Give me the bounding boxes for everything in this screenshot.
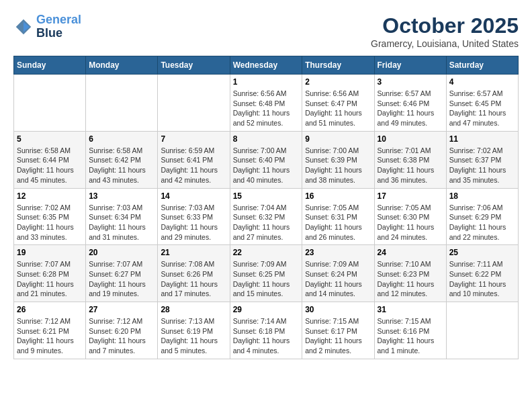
day-number: 28 <box>161 305 226 314</box>
day-info: Sunrise: 7:03 AM Sunset: 6:33 PM Dayligh… <box>161 203 226 242</box>
calendar-cell <box>446 302 518 359</box>
calendar-cell: 18Sunrise: 7:06 AM Sunset: 6:29 PM Dayli… <box>446 188 518 245</box>
day-info: Sunrise: 7:05 AM Sunset: 6:31 PM Dayligh… <box>305 203 371 242</box>
calendar-cell: 8Sunrise: 7:00 AM Sunset: 6:40 PM Daylig… <box>230 131 302 188</box>
calendar-cell <box>86 75 158 132</box>
calendar-cell: 19Sunrise: 7:07 AM Sunset: 6:28 PM Dayli… <box>14 245 86 302</box>
calendar-cell: 29Sunrise: 7:14 AM Sunset: 6:18 PM Dayli… <box>230 302 302 359</box>
day-number: 4 <box>449 77 515 87</box>
calendar-cell: 10Sunrise: 7:01 AM Sunset: 6:38 PM Dayli… <box>374 131 446 188</box>
calendar-cell: 23Sunrise: 7:09 AM Sunset: 6:24 PM Dayli… <box>302 245 374 302</box>
day-number: 22 <box>233 248 300 257</box>
day-info: Sunrise: 7:04 AM Sunset: 6:32 PM Dayligh… <box>233 203 300 242</box>
day-info: Sunrise: 7:08 AM Sunset: 6:26 PM Dayligh… <box>161 259 226 299</box>
weekday-header: Sunday <box>14 56 86 75</box>
page-header: General Blue October 2025 Gramercy, Loui… <box>13 13 519 49</box>
calendar-cell: 5Sunrise: 6:58 AM Sunset: 6:44 PM Daylig… <box>14 131 86 188</box>
logo-icon <box>13 17 34 37</box>
calendar-cell: 2Sunrise: 6:56 AM Sunset: 6:47 PM Daylig… <box>302 75 374 132</box>
day-info: Sunrise: 7:11 AM Sunset: 6:22 PM Dayligh… <box>449 259 515 299</box>
day-info: Sunrise: 6:57 AM Sunset: 6:45 PM Dayligh… <box>449 89 515 128</box>
calendar-cell: 3Sunrise: 6:57 AM Sunset: 6:46 PM Daylig… <box>374 75 446 132</box>
day-info: Sunrise: 7:03 AM Sunset: 6:34 PM Dayligh… <box>89 203 154 242</box>
day-info: Sunrise: 7:06 AM Sunset: 6:29 PM Dayligh… <box>449 203 515 242</box>
day-number: 26 <box>17 305 83 314</box>
weekday-header: Friday <box>374 56 446 75</box>
calendar-cell: 16Sunrise: 7:05 AM Sunset: 6:31 PM Dayli… <box>302 188 374 245</box>
calendar-cell: 20Sunrise: 7:07 AM Sunset: 6:27 PM Dayli… <box>86 245 158 302</box>
day-number: 14 <box>161 191 226 201</box>
day-number: 17 <box>378 191 443 201</box>
day-number: 7 <box>161 134 226 144</box>
day-number: 25 <box>449 248 515 257</box>
day-number: 9 <box>305 134 371 144</box>
day-number: 30 <box>305 305 371 314</box>
calendar-cell: 9Sunrise: 7:00 AM Sunset: 6:39 PM Daylig… <box>302 131 374 188</box>
calendar-cell: 6Sunrise: 6:58 AM Sunset: 6:42 PM Daylig… <box>86 131 158 188</box>
location: Gramercy, Louisiana, United States <box>371 38 519 49</box>
weekday-header: Monday <box>86 56 158 75</box>
day-number: 31 <box>378 305 443 314</box>
calendar-cell <box>158 75 230 132</box>
day-info: Sunrise: 7:14 AM Sunset: 6:18 PM Dayligh… <box>233 316 300 356</box>
calendar-cell: 12Sunrise: 7:02 AM Sunset: 6:35 PM Dayli… <box>14 188 86 245</box>
weekday-header: Thursday <box>302 56 374 75</box>
day-number: 18 <box>449 191 515 201</box>
calendar-cell <box>14 75 86 132</box>
day-info: Sunrise: 7:15 AM Sunset: 6:17 PM Dayligh… <box>305 316 371 356</box>
calendar-cell: 22Sunrise: 7:09 AM Sunset: 6:25 PM Dayli… <box>230 245 302 302</box>
calendar-cell: 4Sunrise: 6:57 AM Sunset: 6:45 PM Daylig… <box>446 75 518 132</box>
title-area: October 2025 Gramercy, Louisiana, United… <box>371 13 519 49</box>
day-number: 20 <box>89 248 154 257</box>
calendar-cell: 28Sunrise: 7:13 AM Sunset: 6:19 PM Dayli… <box>158 302 230 359</box>
month-title: October 2025 <box>371 13 519 38</box>
day-info: Sunrise: 7:12 AM Sunset: 6:21 PM Dayligh… <box>17 316 83 356</box>
day-info: Sunrise: 7:07 AM Sunset: 6:28 PM Dayligh… <box>17 259 83 299</box>
calendar-table: SundayMondayTuesdayWednesdayThursdayFrid… <box>13 56 519 359</box>
day-info: Sunrise: 7:10 AM Sunset: 6:23 PM Dayligh… <box>378 259 443 299</box>
day-number: 16 <box>305 191 371 201</box>
day-number: 29 <box>233 305 300 314</box>
calendar-cell: 15Sunrise: 7:04 AM Sunset: 6:32 PM Dayli… <box>230 188 302 245</box>
day-info: Sunrise: 7:00 AM Sunset: 6:40 PM Dayligh… <box>233 146 300 185</box>
day-number: 8 <box>233 134 300 144</box>
day-info: Sunrise: 6:57 AM Sunset: 6:46 PM Dayligh… <box>378 89 443 128</box>
day-info: Sunrise: 7:09 AM Sunset: 6:24 PM Dayligh… <box>305 259 371 299</box>
day-number: 2 <box>305 77 371 87</box>
calendar-cell: 7Sunrise: 6:59 AM Sunset: 6:41 PM Daylig… <box>158 131 230 188</box>
day-info: Sunrise: 7:13 AM Sunset: 6:19 PM Dayligh… <box>161 316 226 356</box>
day-number: 12 <box>17 191 83 201</box>
calendar-week-row: 19Sunrise: 7:07 AM Sunset: 6:28 PM Dayli… <box>14 245 519 302</box>
day-info: Sunrise: 6:59 AM Sunset: 6:41 PM Dayligh… <box>161 146 226 185</box>
calendar-cell: 24Sunrise: 7:10 AM Sunset: 6:23 PM Dayli… <box>374 245 446 302</box>
day-number: 3 <box>378 77 443 87</box>
calendar-cell: 17Sunrise: 7:05 AM Sunset: 6:30 PM Dayli… <box>374 188 446 245</box>
day-info: Sunrise: 7:00 AM Sunset: 6:39 PM Dayligh… <box>305 146 371 185</box>
calendar-body: 1Sunrise: 6:56 AM Sunset: 6:48 PM Daylig… <box>14 75 519 359</box>
logo: General Blue <box>13 13 81 40</box>
day-info: Sunrise: 7:01 AM Sunset: 6:38 PM Dayligh… <box>378 146 443 185</box>
weekday-header: Wednesday <box>230 56 302 75</box>
day-number: 6 <box>89 134 154 144</box>
day-number: 1 <box>233 77 300 87</box>
logo-text: General Blue <box>36 13 81 40</box>
day-number: 24 <box>378 248 443 257</box>
calendar-cell: 26Sunrise: 7:12 AM Sunset: 6:21 PM Dayli… <box>14 302 86 359</box>
calendar-week-row: 12Sunrise: 7:02 AM Sunset: 6:35 PM Dayli… <box>14 188 519 245</box>
day-info: Sunrise: 7:07 AM Sunset: 6:27 PM Dayligh… <box>89 259 154 299</box>
calendar-week-row: 1Sunrise: 6:56 AM Sunset: 6:48 PM Daylig… <box>14 75 519 132</box>
day-info: Sunrise: 6:58 AM Sunset: 6:44 PM Dayligh… <box>17 146 83 185</box>
day-number: 21 <box>161 248 226 257</box>
calendar-week-row: 5Sunrise: 6:58 AM Sunset: 6:44 PM Daylig… <box>14 131 519 188</box>
day-number: 10 <box>378 134 443 144</box>
day-info: Sunrise: 6:56 AM Sunset: 6:48 PM Dayligh… <box>233 89 300 128</box>
day-info: Sunrise: 7:09 AM Sunset: 6:25 PM Dayligh… <box>233 259 300 299</box>
calendar-cell: 21Sunrise: 7:08 AM Sunset: 6:26 PM Dayli… <box>158 245 230 302</box>
calendar-cell: 14Sunrise: 7:03 AM Sunset: 6:33 PM Dayli… <box>158 188 230 245</box>
day-info: Sunrise: 7:12 AM Sunset: 6:20 PM Dayligh… <box>89 316 154 356</box>
weekday-header: Saturday <box>446 56 518 75</box>
calendar-cell: 30Sunrise: 7:15 AM Sunset: 6:17 PM Dayli… <box>302 302 374 359</box>
calendar-cell: 11Sunrise: 7:02 AM Sunset: 6:37 PM Dayli… <box>446 131 518 188</box>
day-info: Sunrise: 6:58 AM Sunset: 6:42 PM Dayligh… <box>89 146 154 185</box>
day-info: Sunrise: 7:02 AM Sunset: 6:37 PM Dayligh… <box>449 146 515 185</box>
